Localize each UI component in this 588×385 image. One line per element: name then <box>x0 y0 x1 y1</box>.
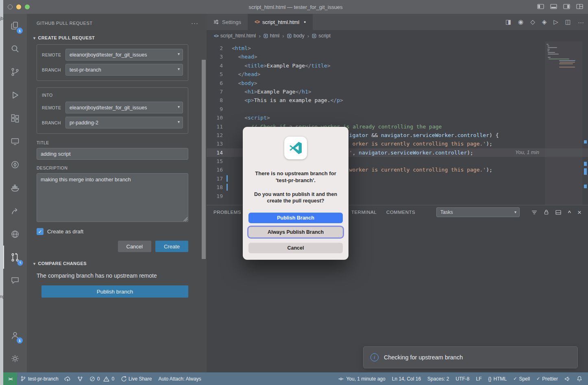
remote-explorer-icon[interactable] <box>3 130 27 153</box>
gutter <box>223 52 232 61</box>
create-button[interactable]: Create <box>155 241 188 252</box>
open-preview-icon[interactable]: ◨ <box>505 18 511 26</box>
tasks-dropdown[interactable]: Tasks ▾ <box>436 207 520 217</box>
customize-layout-icon[interactable] <box>576 4 583 9</box>
toggle-panel-icon[interactable] <box>550 4 557 9</box>
code-line[interactable]: 10<script> <box>207 113 588 122</box>
minimap-line <box>559 67 575 67</box>
panel-tab-problems[interactable]: PROBLEMS <box>213 210 241 215</box>
toggle-secondary-sidebar-icon[interactable] <box>563 4 570 9</box>
live-share-status-item[interactable]: Live Share <box>118 372 155 385</box>
from-remote-select[interactable]: eleanorjboyd/tester_for_git_issues ▾ <box>65 49 183 61</box>
panel-layout-icon[interactable] <box>555 210 561 215</box>
diamond-icon[interactable]: ◇ <box>530 18 535 26</box>
window-controls <box>8 4 30 9</box>
diamond-arrow-icon[interactable]: ◈ <box>542 18 547 26</box>
toggle-sidebar-icon[interactable] <box>537 4 544 9</box>
indentation-status-item[interactable]: Spaces: 2 <box>424 372 452 385</box>
run-file-icon[interactable]: ▷ <box>553 18 558 26</box>
window-minimize-button[interactable] <box>16 4 21 9</box>
explorer-icon[interactable]: 1 <box>3 14 27 37</box>
run-debug-icon[interactable] <box>3 83 27 107</box>
open-changes-icon[interactable]: ◉ <box>518 18 523 26</box>
chevron-down-icon: ▾ <box>514 210 516 214</box>
dialog-cancel-button[interactable]: Cancel <box>248 243 343 253</box>
resize-grip[interactable] <box>183 217 187 221</box>
gitlens-icon[interactable] <box>3 153 27 176</box>
prettier-status-item[interactable]: ✓ Prettier <box>533 372 561 385</box>
pr-title-input[interactable] <box>37 148 188 160</box>
window-close-button[interactable] <box>8 4 13 9</box>
publish-branch-button[interactable]: Publish branch <box>41 285 188 298</box>
remote-indicator[interactable]: >< <box>3 372 17 385</box>
tab-settings[interactable]: Settings <box>207 14 248 30</box>
comments-icon[interactable] <box>3 269 27 292</box>
language-mode-status-item[interactable]: {} HTML <box>485 372 510 385</box>
from-branch-select[interactable]: test-pr-branch ▾ <box>65 64 183 76</box>
settings-gear-icon[interactable] <box>3 347 27 370</box>
breadcrumb-body[interactable]: body <box>287 33 305 39</box>
branch-status-item[interactable]: test-pr-branch <box>17 372 74 385</box>
breadcrumb-html[interactable]: html <box>264 33 280 39</box>
section-compare-changes[interactable]: ▾ COMPARE CHANGES <box>27 254 207 270</box>
always-publish-branch-button[interactable]: Always Publish Branch <box>248 227 343 237</box>
code-line[interactable]: 4<title>Example Page</title> <box>207 61 588 70</box>
publish-branch-dialog-button[interactable]: Publish Branch <box>248 213 343 223</box>
code-line[interactable]: 8<p>This is an example page.</p> <box>207 96 588 104</box>
tab-script-html[interactable]: <> script_html.html ● <box>248 14 313 30</box>
minimap-line <box>559 60 575 61</box>
panel-tab-comments[interactable]: COMMENTS <box>386 210 415 215</box>
github-pull-request-icon[interactable] <box>3 246 27 269</box>
code-line[interactable]: 2<html> <box>207 44 588 52</box>
split-editor-icon[interactable]: ◫ <box>565 18 571 26</box>
line-number: 2 <box>207 44 223 52</box>
docker-icon[interactable] <box>3 176 27 199</box>
into-branch-select[interactable]: pr-padding-2 ▾ <box>65 117 183 128</box>
pr-description-textarea[interactable]: making this merge into another branch <box>37 173 188 222</box>
modified-dot-icon[interactable]: ● <box>304 20 306 24</box>
minimap[interactable] <box>545 41 582 205</box>
breadcrumb-file[interactable]: <> script_html.html <box>214 33 256 39</box>
code-line[interactable]: 5</head> <box>207 70 588 78</box>
encoding-status-item[interactable]: UTF-8 <box>452 372 473 385</box>
into-remote-select[interactable]: eleanorjboyd/tester_for_git_issues ▾ <box>65 102 183 113</box>
notification-toast[interactable]: i Checking for upstream branch <box>363 346 578 368</box>
close-panel-icon[interactable]: × <box>577 209 581 216</box>
lock-icon[interactable] <box>544 209 549 215</box>
notifications-bell-item[interactable] <box>573 372 586 385</box>
eol-status-item[interactable]: LF <box>473 372 485 385</box>
more-actions-icon[interactable]: ··· <box>578 19 584 26</box>
commit-info-status-item[interactable]: You, 1 minute ago <box>335 372 388 385</box>
maximize-panel-icon[interactable]: ^ <box>568 210 571 215</box>
source-control-icon[interactable] <box>3 60 27 83</box>
panel-tab-terminal[interactable]: TERMINAL <box>351 210 377 215</box>
cursor-position-status-item[interactable]: Ln 14, Col 16 <box>389 372 424 385</box>
window-zoom-button[interactable] <box>25 4 30 9</box>
more-actions-icon[interactable]: ··· <box>191 20 198 26</box>
problems-status-item[interactable]: 0 0 <box>86 372 118 385</box>
code-line[interactable]: 9 <box>207 105 588 113</box>
git-graph-status-item[interactable] <box>74 372 86 385</box>
search-icon[interactable] <box>3 37 27 60</box>
line-number: 6 <box>207 79 223 87</box>
extensions-icon[interactable] <box>3 107 27 130</box>
sidebar-scrollbar[interactable] <box>202 60 206 259</box>
share-icon[interactable] <box>3 199 27 222</box>
browser-preview-icon[interactable] <box>3 222 27 246</box>
filter-icon[interactable] <box>531 210 537 215</box>
overview-ruler-tick <box>584 168 587 175</box>
code-line[interactable]: 6<body> <box>207 79 588 87</box>
code-line[interactable]: 7<h1>Example Page</h1> <box>207 87 588 96</box>
auto-attach-status-item[interactable]: Auto Attach: Always <box>155 372 204 385</box>
announcement-status-item[interactable] <box>561 372 573 385</box>
cancel-button[interactable]: Cancel <box>118 241 151 252</box>
breadcrumb-script[interactable]: script <box>312 33 331 39</box>
section-create-pull-request[interactable]: ▾ CREATE PULL REQUEST <box>27 29 207 44</box>
symbol-icon <box>312 34 316 38</box>
create-as-draft-checkbox[interactable]: ✓ <box>37 228 44 235</box>
accounts-icon[interactable]: 1 <box>3 324 27 347</box>
gutter <box>223 165 232 174</box>
code-line[interactable]: 3<head> <box>207 52 588 61</box>
minimap-line <box>560 62 575 63</box>
spell-checker-status-item[interactable]: ✓ Spell <box>510 372 533 385</box>
